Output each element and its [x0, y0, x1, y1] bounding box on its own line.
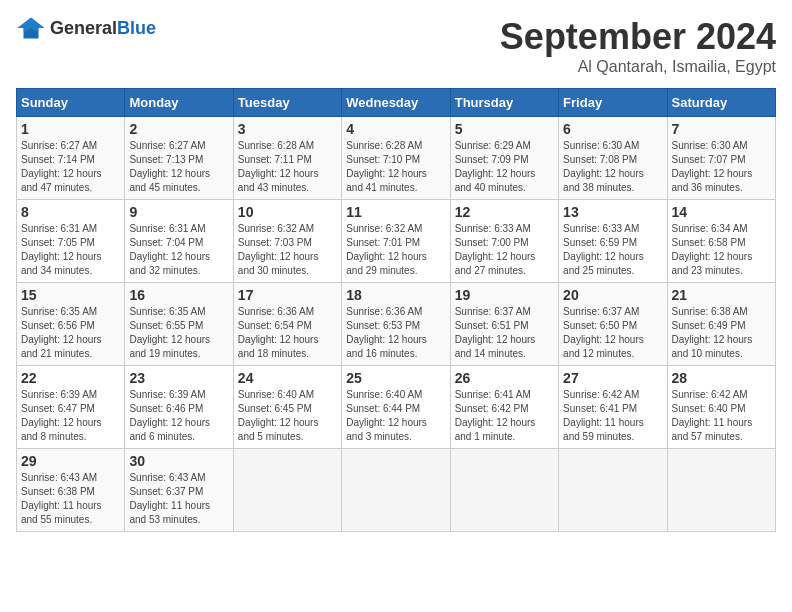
table-row: 17 Sunrise: 6:36 AM Sunset: 6:54 PM Dayl… — [233, 283, 341, 366]
day-number: 15 — [21, 287, 120, 303]
day-info: Sunrise: 6:30 AM Sunset: 7:07 PM Dayligh… — [672, 139, 771, 195]
table-row: 6 Sunrise: 6:30 AM Sunset: 7:08 PM Dayli… — [559, 117, 667, 200]
table-row: 22 Sunrise: 6:39 AM Sunset: 6:47 PM Dayl… — [17, 366, 125, 449]
calendar-week-1: 1 Sunrise: 6:27 AM Sunset: 7:14 PM Dayli… — [17, 117, 776, 200]
day-number: 26 — [455, 370, 554, 386]
table-row: 2 Sunrise: 6:27 AM Sunset: 7:13 PM Dayli… — [125, 117, 233, 200]
table-row — [667, 449, 775, 532]
day-info: Sunrise: 6:37 AM Sunset: 6:51 PM Dayligh… — [455, 305, 554, 361]
day-number: 3 — [238, 121, 337, 137]
day-info: Sunrise: 6:33 AM Sunset: 7:00 PM Dayligh… — [455, 222, 554, 278]
calendar-week-4: 22 Sunrise: 6:39 AM Sunset: 6:47 PM Dayl… — [17, 366, 776, 449]
page-header: GeneralBlue September 2024 Al Qantarah, … — [16, 16, 776, 76]
table-row: 19 Sunrise: 6:37 AM Sunset: 6:51 PM Dayl… — [450, 283, 558, 366]
day-info: Sunrise: 6:34 AM Sunset: 6:58 PM Dayligh… — [672, 222, 771, 278]
day-info: Sunrise: 6:43 AM Sunset: 6:38 PM Dayligh… — [21, 471, 120, 527]
day-info: Sunrise: 6:27 AM Sunset: 7:13 PM Dayligh… — [129, 139, 228, 195]
logo-icon — [16, 16, 46, 40]
calendar-week-3: 15 Sunrise: 6:35 AM Sunset: 6:56 PM Dayl… — [17, 283, 776, 366]
day-info: Sunrise: 6:41 AM Sunset: 6:42 PM Dayligh… — [455, 388, 554, 444]
day-info: Sunrise: 6:32 AM Sunset: 7:01 PM Dayligh… — [346, 222, 445, 278]
col-sunday: Sunday — [17, 89, 125, 117]
day-number: 14 — [672, 204, 771, 220]
day-number: 4 — [346, 121, 445, 137]
table-row: 14 Sunrise: 6:34 AM Sunset: 6:58 PM Dayl… — [667, 200, 775, 283]
day-number: 5 — [455, 121, 554, 137]
table-row: 28 Sunrise: 6:42 AM Sunset: 6:40 PM Dayl… — [667, 366, 775, 449]
title-block: September 2024 Al Qantarah, Ismailia, Eg… — [500, 16, 776, 76]
day-info: Sunrise: 6:42 AM Sunset: 6:41 PM Dayligh… — [563, 388, 662, 444]
table-row: 7 Sunrise: 6:30 AM Sunset: 7:07 PM Dayli… — [667, 117, 775, 200]
table-row: 18 Sunrise: 6:36 AM Sunset: 6:53 PM Dayl… — [342, 283, 450, 366]
table-row: 23 Sunrise: 6:39 AM Sunset: 6:46 PM Dayl… — [125, 366, 233, 449]
table-row: 24 Sunrise: 6:40 AM Sunset: 6:45 PM Dayl… — [233, 366, 341, 449]
logo-text: GeneralBlue — [50, 18, 156, 39]
col-monday: Monday — [125, 89, 233, 117]
day-number: 25 — [346, 370, 445, 386]
table-row: 10 Sunrise: 6:32 AM Sunset: 7:03 PM Dayl… — [233, 200, 341, 283]
logo-general: General — [50, 18, 117, 38]
day-info: Sunrise: 6:39 AM Sunset: 6:47 PM Dayligh… — [21, 388, 120, 444]
day-info: Sunrise: 6:36 AM Sunset: 6:54 PM Dayligh… — [238, 305, 337, 361]
day-number: 13 — [563, 204, 662, 220]
table-row: 3 Sunrise: 6:28 AM Sunset: 7:11 PM Dayli… — [233, 117, 341, 200]
day-info: Sunrise: 6:31 AM Sunset: 7:05 PM Dayligh… — [21, 222, 120, 278]
table-row: 1 Sunrise: 6:27 AM Sunset: 7:14 PM Dayli… — [17, 117, 125, 200]
table-row: 21 Sunrise: 6:38 AM Sunset: 6:49 PM Dayl… — [667, 283, 775, 366]
col-thursday: Thursday — [450, 89, 558, 117]
table-row: 11 Sunrise: 6:32 AM Sunset: 7:01 PM Dayl… — [342, 200, 450, 283]
day-info: Sunrise: 6:36 AM Sunset: 6:53 PM Dayligh… — [346, 305, 445, 361]
col-wednesday: Wednesday — [342, 89, 450, 117]
day-number: 29 — [21, 453, 120, 469]
header-row: Sunday Monday Tuesday Wednesday Thursday… — [17, 89, 776, 117]
day-number: 12 — [455, 204, 554, 220]
day-number: 19 — [455, 287, 554, 303]
day-info: Sunrise: 6:28 AM Sunset: 7:11 PM Dayligh… — [238, 139, 337, 195]
table-row: 13 Sunrise: 6:33 AM Sunset: 6:59 PM Dayl… — [559, 200, 667, 283]
col-tuesday: Tuesday — [233, 89, 341, 117]
table-row — [450, 449, 558, 532]
table-row: 25 Sunrise: 6:40 AM Sunset: 6:44 PM Dayl… — [342, 366, 450, 449]
day-number: 11 — [346, 204, 445, 220]
day-number: 17 — [238, 287, 337, 303]
day-number: 20 — [563, 287, 662, 303]
day-info: Sunrise: 6:31 AM Sunset: 7:04 PM Dayligh… — [129, 222, 228, 278]
day-number: 21 — [672, 287, 771, 303]
day-info: Sunrise: 6:37 AM Sunset: 6:50 PM Dayligh… — [563, 305, 662, 361]
day-number: 10 — [238, 204, 337, 220]
table-row — [233, 449, 341, 532]
month-title: September 2024 — [500, 16, 776, 58]
table-row: 29 Sunrise: 6:43 AM Sunset: 6:38 PM Dayl… — [17, 449, 125, 532]
day-info: Sunrise: 6:35 AM Sunset: 6:56 PM Dayligh… — [21, 305, 120, 361]
day-info: Sunrise: 6:29 AM Sunset: 7:09 PM Dayligh… — [455, 139, 554, 195]
table-row: 9 Sunrise: 6:31 AM Sunset: 7:04 PM Dayli… — [125, 200, 233, 283]
table-row: 30 Sunrise: 6:43 AM Sunset: 6:37 PM Dayl… — [125, 449, 233, 532]
day-info: Sunrise: 6:27 AM Sunset: 7:14 PM Dayligh… — [21, 139, 120, 195]
table-row — [342, 449, 450, 532]
col-saturday: Saturday — [667, 89, 775, 117]
table-row: 5 Sunrise: 6:29 AM Sunset: 7:09 PM Dayli… — [450, 117, 558, 200]
day-number: 23 — [129, 370, 228, 386]
day-info: Sunrise: 6:33 AM Sunset: 6:59 PM Dayligh… — [563, 222, 662, 278]
calendar-week-5: 29 Sunrise: 6:43 AM Sunset: 6:38 PM Dayl… — [17, 449, 776, 532]
table-row: 15 Sunrise: 6:35 AM Sunset: 6:56 PM Dayl… — [17, 283, 125, 366]
day-info: Sunrise: 6:38 AM Sunset: 6:49 PM Dayligh… — [672, 305, 771, 361]
day-info: Sunrise: 6:32 AM Sunset: 7:03 PM Dayligh… — [238, 222, 337, 278]
table-row: 8 Sunrise: 6:31 AM Sunset: 7:05 PM Dayli… — [17, 200, 125, 283]
day-info: Sunrise: 6:35 AM Sunset: 6:55 PM Dayligh… — [129, 305, 228, 361]
logo: GeneralBlue — [16, 16, 156, 40]
table-row: 4 Sunrise: 6:28 AM Sunset: 7:10 PM Dayli… — [342, 117, 450, 200]
day-number: 8 — [21, 204, 120, 220]
day-number: 6 — [563, 121, 662, 137]
day-number: 27 — [563, 370, 662, 386]
calendar-week-2: 8 Sunrise: 6:31 AM Sunset: 7:05 PM Dayli… — [17, 200, 776, 283]
day-info: Sunrise: 6:40 AM Sunset: 6:45 PM Dayligh… — [238, 388, 337, 444]
day-info: Sunrise: 6:28 AM Sunset: 7:10 PM Dayligh… — [346, 139, 445, 195]
day-info: Sunrise: 6:40 AM Sunset: 6:44 PM Dayligh… — [346, 388, 445, 444]
calendar-table: Sunday Monday Tuesday Wednesday Thursday… — [16, 88, 776, 532]
day-number: 9 — [129, 204, 228, 220]
day-info: Sunrise: 6:30 AM Sunset: 7:08 PM Dayligh… — [563, 139, 662, 195]
day-info: Sunrise: 6:42 AM Sunset: 6:40 PM Dayligh… — [672, 388, 771, 444]
day-number: 1 — [21, 121, 120, 137]
table-row: 20 Sunrise: 6:37 AM Sunset: 6:50 PM Dayl… — [559, 283, 667, 366]
